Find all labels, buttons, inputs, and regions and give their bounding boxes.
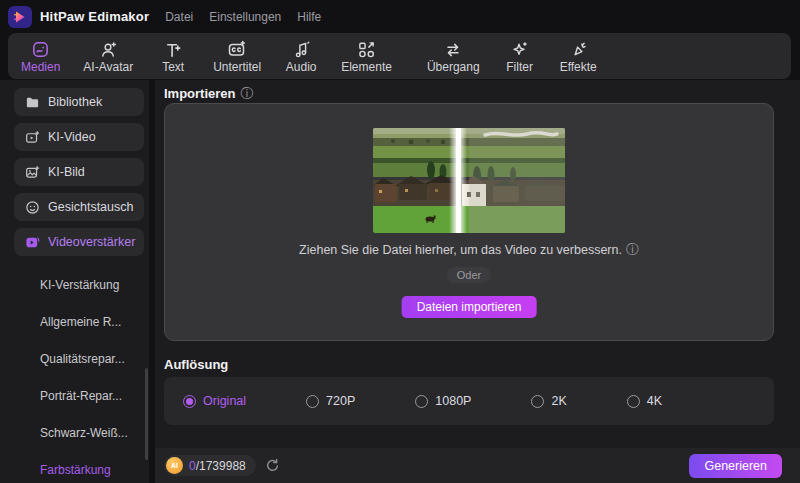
tab-text[interactable]: Text — [156, 38, 190, 74]
credits-total: /1739988 — [196, 459, 246, 473]
radio-circle-icon — [627, 395, 640, 408]
sidebar-item-bibliothek[interactable]: Bibliothek — [14, 88, 144, 116]
radio-720p[interactable]: 720P — [306, 394, 355, 408]
filter-icon — [510, 38, 529, 59]
tab-ai-avatar[interactable]: AI-Avatar — [83, 38, 133, 74]
sub-item-allgemeine-r[interactable]: Allgemeine R... — [0, 314, 149, 330]
radio-circle-icon — [183, 395, 196, 408]
text-icon — [164, 38, 183, 59]
library-folder-icon — [24, 94, 40, 110]
tab-label: Medien — [21, 60, 60, 74]
video-enhancer-icon — [24, 234, 40, 250]
main-panel: Importieren ⓘ — [155, 80, 800, 483]
credits-pill: AI 0/1739988 — [164, 455, 256, 476]
file-dropzone[interactable]: Ziehen Sie die Datei hierher, um das Vid… — [164, 103, 774, 341]
tab-label: Filter — [506, 60, 533, 74]
tab-label: Untertitel — [213, 60, 261, 74]
menu-item-hilfe[interactable]: Hilfe — [297, 10, 321, 24]
resolution-options: Original 720P 1080P 2K 4K — [164, 377, 774, 425]
sidebar-scrollbar[interactable] — [145, 368, 148, 460]
sidebar: Bibliothek KI-Video KI-Bild Gesichtstaus… — [0, 80, 149, 483]
radio-circle-icon — [415, 395, 428, 408]
tab-uebergang[interactable]: Übergang — [427, 38, 480, 74]
menu-item-einstellungen[interactable]: Einstellungen — [209, 10, 281, 24]
app-title: HitPaw Edimakor — [40, 9, 149, 24]
import-info-icon[interactable]: ⓘ — [241, 87, 254, 100]
tab-audio[interactable]: Audio — [284, 38, 318, 74]
sidebar-item-label: KI-Video — [48, 130, 96, 144]
radio-label: 720P — [326, 394, 355, 408]
sub-item-ki-verstaerkung[interactable]: KI-Verstärkung — [0, 277, 149, 293]
radio-circle-icon — [306, 395, 319, 408]
tab-label: Audio — [286, 60, 317, 74]
radio-label: 4K — [647, 394, 662, 408]
sidebar-item-label: Videoverstärker — [48, 235, 135, 249]
sidebar-item-ki-video[interactable]: KI-Video — [14, 123, 144, 151]
preview-image — [373, 128, 565, 233]
sidebar-item-label: Bibliothek — [48, 95, 102, 109]
subtitles-icon — [227, 38, 247, 59]
radio-4k[interactable]: 4K — [627, 394, 662, 408]
sidebar-item-label: KI-Bild — [48, 165, 85, 179]
radio-original[interactable]: Original — [183, 394, 246, 408]
ai-image-icon — [24, 164, 40, 180]
tab-label: Text — [162, 60, 184, 74]
radio-label: 1080P — [435, 394, 471, 408]
tab-effekte[interactable]: Effekte — [560, 38, 597, 74]
sub-item-portraet-repar[interactable]: Porträt-Repar... — [0, 388, 149, 404]
sidebar-item-ki-bild[interactable]: KI-Bild — [14, 158, 144, 186]
menu-bar: HitPaw Edimakor Datei Einstellungen Hilf… — [0, 0, 800, 33]
enhancer-sub-list: KI-Verstärkung Allgemeine R... Qualitäts… — [0, 263, 149, 478]
radio-label: 2K — [551, 394, 566, 408]
or-divider-pill: Oder — [447, 267, 491, 283]
radio-2k[interactable]: 2K — [531, 394, 566, 408]
tab-label: Übergang — [427, 60, 480, 74]
effects-icon — [569, 38, 588, 59]
sub-item-farbstaerkung[interactable]: Farbstärkung — [0, 462, 149, 478]
radio-circle-icon — [531, 395, 544, 408]
radio-label: Original — [203, 394, 246, 408]
app-logo-icon — [8, 6, 32, 28]
footer-bar: AI 0/1739988 Generieren — [155, 448, 800, 483]
sub-item-qualitaetsrepar[interactable]: Qualitätsrepar... — [0, 351, 149, 367]
tab-elemente[interactable]: Elemente — [341, 38, 392, 74]
tab-filter[interactable]: Filter — [503, 38, 537, 74]
dropzone-hint-row: Ziehen Sie die Datei hierher, um das Vid… — [165, 243, 773, 257]
import-section-title: Importieren — [164, 86, 236, 101]
tab-medien[interactable]: Medien — [21, 38, 60, 74]
sidebar-item-gesichtstausch[interactable]: Gesichtstausch — [14, 193, 144, 221]
radio-1080p[interactable]: 1080P — [415, 394, 471, 408]
main-toolbar: Medien AI-Avatar Text Untertitel — [8, 33, 791, 79]
face-swap-icon — [24, 199, 40, 215]
menu-item-datei[interactable]: Datei — [165, 10, 193, 24]
media-icon — [31, 38, 50, 59]
dropzone-hint: Ziehen Sie die Datei hierher, um das Vid… — [299, 243, 622, 257]
tab-label: Effekte — [560, 60, 597, 74]
tab-untertitel[interactable]: Untertitel — [213, 38, 261, 74]
ai-coin-icon: AI — [166, 457, 183, 474]
hint-info-icon[interactable]: ⓘ — [626, 242, 639, 257]
audio-icon — [292, 38, 311, 59]
ai-video-icon — [24, 129, 40, 145]
refresh-credits-icon[interactable] — [265, 458, 280, 473]
resolution-title: Auflösung — [164, 357, 228, 372]
sidebar-item-label: Gesichtstausch — [48, 200, 133, 214]
avatar-icon — [99, 38, 118, 59]
tab-label: AI-Avatar — [83, 60, 133, 74]
sub-item-schwarz-weiss[interactable]: Schwarz-Weiß... — [0, 425, 149, 441]
tab-label: Elemente — [341, 60, 392, 74]
elements-icon — [357, 38, 376, 59]
import-files-button[interactable]: Dateien importieren — [402, 296, 537, 318]
sidebar-item-videoverstaerker[interactable]: Videoverstärker — [14, 228, 144, 256]
transition-icon — [443, 38, 463, 59]
credits-used: 0 — [189, 459, 196, 473]
generate-button[interactable]: Generieren — [689, 454, 782, 478]
